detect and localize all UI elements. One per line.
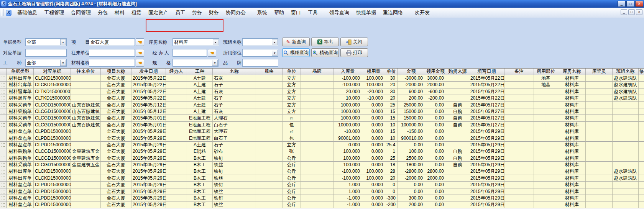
table-row[interactable]: 材料盘点单CLPDD150000001金石大厦2015年05月29日A土建石子立… xyxy=(0,142,644,148)
table-row[interactable]: 材料出库单CLCKD150000001金石大厦2015年05月22日A土建石子立… xyxy=(0,82,644,88)
table-row[interactable]: 材料采购单CLCGD150000005山东百脉建筑金石大厦2015年05月01日… xyxy=(0,122,644,128)
row-indicator[interactable] xyxy=(0,155,7,162)
column-header[interactable]: 购货来源 xyxy=(446,69,469,75)
row-indicator[interactable] xyxy=(0,148,7,155)
menu-item[interactable]: 合同管理 xyxy=(67,8,94,17)
column-header[interactable]: 所用部位 xyxy=(534,69,558,75)
menu-item[interactable]: 快捷单据 xyxy=(353,8,380,17)
column-header[interactable]: 往来单位 xyxy=(71,69,101,75)
column-header[interactable]: 填写日期 xyxy=(469,69,504,75)
menu-item[interactable]: 租赁 xyxy=(128,8,145,17)
column-header[interactable]: 领用金额 xyxy=(425,69,446,75)
table-row[interactable]: 材料采购单CLCGD150000004山东百脉建筑金石大厦2015年05月12日… xyxy=(0,108,644,115)
table-row[interactable]: 材料采购单CLCGD150000006金星建筑五金金石大厦2015年05月29日… xyxy=(0,148,644,155)
row-indicator[interactable] xyxy=(0,182,7,188)
mdi-close-button[interactable]: × xyxy=(636,9,642,15)
menu-item[interactable]: 帮助 xyxy=(271,8,288,17)
fuzzy-query-button[interactable]: 模糊查询 xyxy=(282,48,310,57)
row-indicator[interactable] xyxy=(0,195,7,201)
table-row[interactable]: 材料出库单CLCKD150000002金石大厦2015年05月29日B木工铁钉公… xyxy=(0,168,644,175)
material-picker-button[interactable]: ☚ xyxy=(136,59,144,67)
column-header[interactable]: 入库量 xyxy=(334,69,362,75)
column-header[interactable]: 库房名称 xyxy=(558,69,586,75)
column-header[interactable]: 经办人 xyxy=(166,69,187,75)
column-header[interactable]: 修改人 xyxy=(639,69,644,75)
row-indicator[interactable] xyxy=(0,122,7,128)
chevron-down-icon[interactable]: ▼ xyxy=(60,39,66,45)
column-header[interactable]: 金额 xyxy=(398,69,425,75)
column-header[interactable]: 单价 xyxy=(385,69,398,75)
row-indicator[interactable] xyxy=(0,188,7,195)
row-indicator[interactable] xyxy=(0,108,7,115)
column-header[interactable]: 单据类型 xyxy=(7,69,34,75)
table-row[interactable]: 材料盘点单CLPDD150000001金石大厦2015年05月29日E地面工程白… xyxy=(0,135,644,142)
project-picker-button[interactable]: ☚ xyxy=(136,38,144,46)
chevron-down-icon[interactable]: ▼ xyxy=(213,39,219,45)
table-row[interactable]: 材料盘点单CLPDD150000002金石大厦2015年05月29日B木工铁丝公… xyxy=(0,188,644,195)
column-header[interactable]: 项目名称 xyxy=(101,69,131,75)
table-row[interactable]: 材料采购单CLCGD150000006金星建筑五金金石大厦2015年05月29日… xyxy=(0,155,644,162)
menu-item[interactable]: 分包 xyxy=(94,8,111,17)
menu-item[interactable]: 基础信息 xyxy=(14,8,41,17)
close-window-button[interactable]: 关闭 xyxy=(340,38,368,46)
column-header[interactable]: 领用量 xyxy=(362,69,385,75)
material-name-input[interactable] xyxy=(89,59,135,67)
table-row[interactable]: 材料盘点单CLPDD150000002金石大厦2015年05月29日B木工铁钉公… xyxy=(0,182,644,188)
menu-item[interactable]: 领导查询 xyxy=(326,8,353,17)
warehouse-select[interactable]: 材料库 ▼ xyxy=(172,38,219,46)
column-header[interactable]: 对应单据 xyxy=(34,69,71,75)
column-header[interactable]: 规格 xyxy=(256,69,283,75)
mdi-restore-button[interactable]: □ xyxy=(628,9,635,15)
menu-item[interactable]: 窗口 xyxy=(288,8,304,17)
row-indicator[interactable] xyxy=(0,135,7,142)
partner-input[interactable] xyxy=(89,49,135,57)
brand-input[interactable] xyxy=(242,59,278,67)
row-indicator[interactable] xyxy=(0,82,7,88)
menu-item[interactable]: 劳务 xyxy=(189,8,205,17)
row-indicator[interactable] xyxy=(0,88,7,95)
project-input[interactable] xyxy=(89,38,135,46)
column-header[interactable]: 库管员 xyxy=(586,69,613,75)
work-type-select[interactable]: 全部 ▼ xyxy=(25,59,67,67)
table-row[interactable]: 材料盘点单CLPDD150000001金石大厦2015年05月29日E地面工程大… xyxy=(0,128,644,135)
table-row[interactable]: 材料出库单CLCKD150000002金石大厦2015年05月29日B木工铁丝公… xyxy=(0,175,644,182)
column-header[interactable]: 发生日期 xyxy=(131,69,166,75)
maximize-button[interactable]: □ xyxy=(626,1,634,7)
handler-picker-button[interactable]: ☚ xyxy=(208,49,216,57)
row-indicator[interactable] xyxy=(0,162,7,168)
row-indicator[interactable] xyxy=(0,102,7,108)
table-row[interactable]: 材料退库单CLTKD150000001金石大厦2015年05月22日A土建石子立… xyxy=(0,95,644,101)
exact-query-button[interactable]: 精确查询 xyxy=(311,48,339,57)
column-header[interactable]: 单位 xyxy=(283,69,301,75)
ref-bill-input[interactable] xyxy=(25,49,67,57)
table-row[interactable]: 材料出库单CLCKD150000001金石大厦2015年05月22日A土建石灰立… xyxy=(0,75,644,82)
table-row[interactable]: 材料采购单CLCGD150000006金星建筑五金金石大厦2015年05月29日… xyxy=(0,162,644,168)
row-indicator[interactable] xyxy=(0,168,7,175)
row-indicator[interactable] xyxy=(0,128,7,135)
menu-item[interactable]: 固定资产 xyxy=(145,8,172,17)
chevron-down-icon[interactable]: ▼ xyxy=(272,50,278,56)
row-indicator[interactable] xyxy=(0,115,7,121)
export-button[interactable]: X 导出 xyxy=(311,38,339,46)
used-part-select[interactable]: ▼ xyxy=(242,49,278,57)
menu-item[interactable]: 材料 xyxy=(111,8,128,17)
mdi-minimize-button[interactable]: _ xyxy=(621,9,627,15)
table-row[interactable]: 材料盘点单CLPDD150000003金石大厦2015年05月29日B木工铁丝公… xyxy=(0,201,644,208)
new-query-button[interactable]: ✎ 新查询 xyxy=(282,38,310,46)
menu-item[interactable]: 财务 xyxy=(205,8,222,17)
chevron-down-icon[interactable]: ▼ xyxy=(272,39,278,45)
column-header[interactable]: 工种 xyxy=(187,69,213,75)
row-indicator[interactable] xyxy=(0,175,7,182)
chevron-down-icon[interactable]: ▼ xyxy=(60,60,66,66)
partner-picker-button[interactable]: ☚ xyxy=(136,49,144,57)
menu-item[interactable]: 工程管理 xyxy=(41,8,67,17)
menu-item[interactable]: 协同办公 xyxy=(222,8,249,17)
row-indicator[interactable] xyxy=(0,95,7,101)
team-select[interactable]: ▼ xyxy=(242,38,278,46)
table-row[interactable]: 材料采购单CLCGD150000004山东百脉建筑金石大厦2015年05月12日… xyxy=(0,102,644,108)
column-header[interactable]: 班组名称 xyxy=(613,69,639,75)
menu-item[interactable]: 重连网络 xyxy=(380,8,406,17)
chevron-down-icon[interactable]: ▼ xyxy=(212,60,218,66)
minimize-button[interactable]: _ xyxy=(618,1,626,7)
column-header[interactable]: 品牌 xyxy=(301,69,334,75)
